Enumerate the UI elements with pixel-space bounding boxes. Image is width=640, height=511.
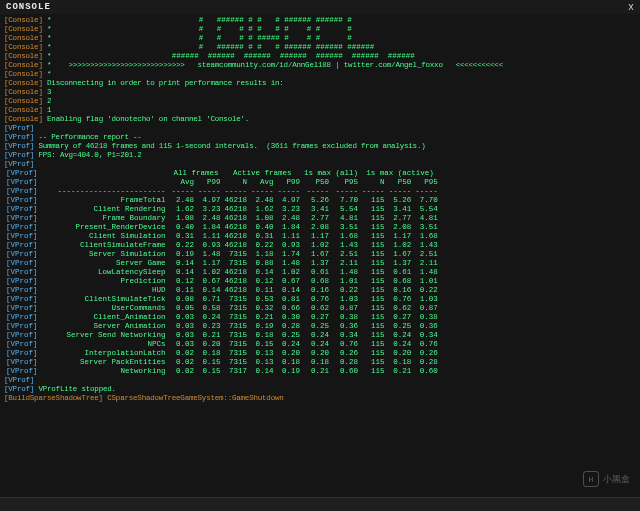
watermark: H 小黑盒 [583, 471, 630, 487]
console-line: [Console] 3 [4, 88, 636, 97]
console-line: [VProf] -- Performance report -- [4, 133, 636, 142]
table-row: [VProf]HUD0.110.14462180.110.140.160.221… [4, 286, 440, 295]
table-row: [VProf]Frame Boundary1.082.48462181.082.… [4, 214, 440, 223]
performance-table: [VProf]All framesActive frames1s max (al… [4, 169, 440, 376]
watermark-logo-icon: H [583, 471, 599, 487]
table-row: [VProf]Server Animation0.030.2373150.190… [4, 322, 440, 331]
table-row: [VProf]FrameTotal2.484.97462182.484.975.… [4, 196, 440, 205]
table-row: [VProf]Present_RenderDevice0.401.8446218… [4, 223, 440, 232]
table-row: [VProf]Prediction0.120.67462180.120.670.… [4, 277, 440, 286]
console-line: [VProf] FPS: Avg=404.0, P1=201.2 [4, 151, 636, 160]
console-line: [Console] * # ###### # # # ###### ######… [4, 43, 636, 52]
table-row: [VProf]Server Game0.141.1773150.881.481.… [4, 259, 440, 268]
table-row: [VProf]ClientSimulateFrame0.220.93462180… [4, 241, 440, 250]
table-row: [VProf]Server Simulation0.191.4873151.18… [4, 250, 440, 259]
console-output: [Console] * # ###### # # # ###### ######… [0, 14, 640, 497]
console-line: [Console] * # # # # # # # # # # [4, 25, 636, 34]
console-window: CONSOLE x [Console] * # ###### # # # ###… [0, 0, 640, 511]
table-row: [VProf]Server PackEntities0.020.1573150.… [4, 358, 440, 367]
table-row: [VProf]Server Send Networking0.030.21731… [4, 331, 440, 340]
console-line: [Console] * # # # # ##### # # # # [4, 34, 636, 43]
console-line: [Console] 2 [4, 97, 636, 106]
close-icon[interactable]: x [628, 2, 634, 13]
console-line: [VProf] VProfLite stopped. [4, 385, 636, 394]
console-line: [Console] 1 [4, 106, 636, 115]
console-line: [Console] * ###### ###### ###### ###### … [4, 52, 636, 61]
table-row: [VProf]InterpolationLatch0.020.1873150.1… [4, 349, 440, 358]
window-title: CONSOLE [6, 2, 51, 12]
table-row: [VProf]UserCommands0.050.5873150.320.660… [4, 304, 440, 313]
console-line: [VProf] [4, 160, 636, 169]
command-input-bar [0, 497, 640, 511]
table-row: [VProf]Client_Animation0.030.2473150.210… [4, 313, 440, 322]
console-line: [VProf] [4, 124, 636, 133]
console-line: [VProf] [4, 376, 636, 385]
table-row: [VProf]Networking0.020.1573170.140.190.2… [4, 367, 440, 376]
table-row: [VProf]ClientSimulateTick0.080.7173150.5… [4, 295, 440, 304]
watermark-text: 小黑盒 [603, 473, 630, 486]
titlebar: CONSOLE x [0, 0, 640, 14]
table-row: [VProf]LowLatencySleep0.141.02462180.141… [4, 268, 440, 277]
console-line: [Console] * >>>>>>>>>>>>>>>>>>>>>>>>>>> … [4, 61, 636, 70]
table-row: [VProf]Client Simulation0.311.11462180.3… [4, 232, 440, 241]
console-line: [Console] * # ###### # # # ###### ######… [4, 16, 636, 25]
console-line: [VProf] Summary of 46218 frames and 115 … [4, 142, 636, 151]
table-row: [VProf]Client Rendering1.623.23462181.62… [4, 205, 440, 214]
table-row: [VProf]NPCs0.030.2073150.150.240.240.761… [4, 340, 440, 349]
console-line: [Console] * [4, 70, 636, 79]
console-line: [Console] Disconnecting in order to prin… [4, 79, 636, 88]
command-input[interactable] [0, 498, 640, 511]
console-line: [BuildSparseShadowTree] CSparseShadowTre… [4, 394, 636, 403]
console-line: [Console] Enabling flag 'donotecho' on c… [4, 115, 636, 124]
